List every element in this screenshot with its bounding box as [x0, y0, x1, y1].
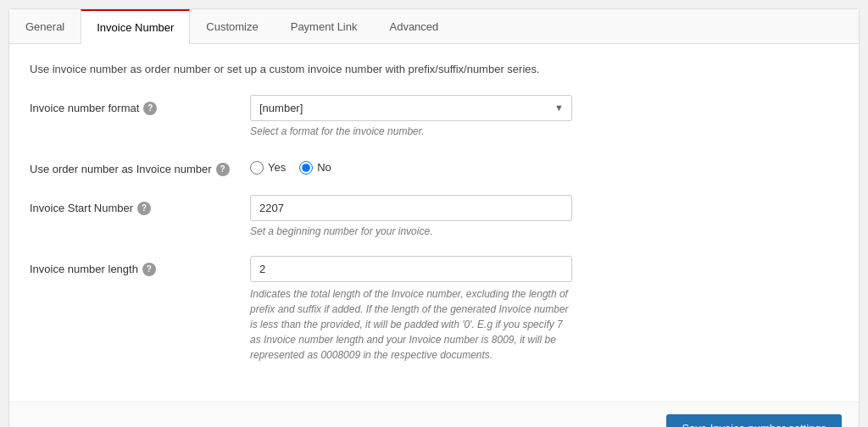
- invoice-number-length-help-icon[interactable]: ?: [142, 263, 156, 276]
- invoice-number-length-field: Indicates the total length of the Invoic…: [250, 256, 838, 363]
- invoice-number-length-hint: Indicates the total length of the Invoic…: [250, 286, 572, 363]
- tab-customize[interactable]: Customize: [190, 9, 274, 44]
- settings-card: General Invoice Number Customize Payment…: [8, 8, 860, 427]
- invoice-number-length-label: Invoice number length ?: [30, 256, 250, 276]
- tab-payment-link[interactable]: Payment Link: [275, 9, 374, 44]
- invoice-number-length-input[interactable]: [250, 256, 572, 282]
- tab-invoice-number[interactable]: Invoice Number: [81, 9, 190, 44]
- invoice-start-number-hint: Set a beginning number for your invoice.: [250, 225, 838, 237]
- use-order-number-help-icon[interactable]: ?: [216, 163, 230, 176]
- use-order-number-label: Use order number as Invoice number ?: [30, 156, 250, 176]
- invoice-number-format-select-wrapper: [number] [prefix][number] [number][suffi…: [250, 95, 572, 121]
- invoice-start-number-help-icon[interactable]: ?: [137, 202, 151, 215]
- tab-content: Use invoice number as order number or se…: [9, 44, 859, 402]
- card-footer: Save Invoice number settings: [9, 402, 859, 428]
- invoice-number-format-help-icon[interactable]: ?: [143, 102, 157, 115]
- use-order-number-yes-radio[interactable]: [250, 161, 264, 175]
- use-order-number-no-radio[interactable]: [299, 161, 313, 175]
- invoice-start-number-label: Invoice Start Number ?: [30, 195, 250, 215]
- page-description: Use invoice number as order number or se…: [30, 61, 838, 78]
- tab-general[interactable]: General: [9, 9, 81, 44]
- use-order-number-yes-label[interactable]: Yes: [250, 161, 286, 175]
- invoice-number-format-label: Invoice number format ?: [30, 95, 250, 115]
- tab-advanced[interactable]: Advanced: [373, 9, 454, 44]
- invoice-start-number-row: Invoice Start Number ? Set a beginning n…: [30, 195, 838, 237]
- use-order-number-row: Use order number as Invoice number ? Yes…: [30, 156, 838, 176]
- tabs-bar: General Invoice Number Customize Payment…: [9, 9, 859, 44]
- use-order-number-field: Yes No: [250, 156, 838, 175]
- invoice-number-length-row: Invoice number length ? Indicates the to…: [30, 256, 838, 363]
- use-order-number-no-label[interactable]: No: [299, 161, 331, 175]
- invoice-number-format-field: [number] [prefix][number] [number][suffi…: [250, 95, 838, 137]
- page-wrapper: General Invoice Number Customize Payment…: [0, 0, 868, 427]
- invoice-number-format-select[interactable]: [number] [prefix][number] [number][suffi…: [250, 95, 572, 121]
- invoice-start-number-input[interactable]: [250, 195, 572, 221]
- invoice-start-number-field: Set a beginning number for your invoice.: [250, 195, 838, 237]
- use-order-number-radio-group: Yes No: [250, 156, 838, 175]
- invoice-number-format-hint: Select a format for the invoice number.: [250, 125, 838, 137]
- invoice-number-format-row: Invoice number format ? [number] [prefix…: [30, 95, 838, 137]
- save-button[interactable]: Save Invoice number settings: [666, 414, 842, 428]
